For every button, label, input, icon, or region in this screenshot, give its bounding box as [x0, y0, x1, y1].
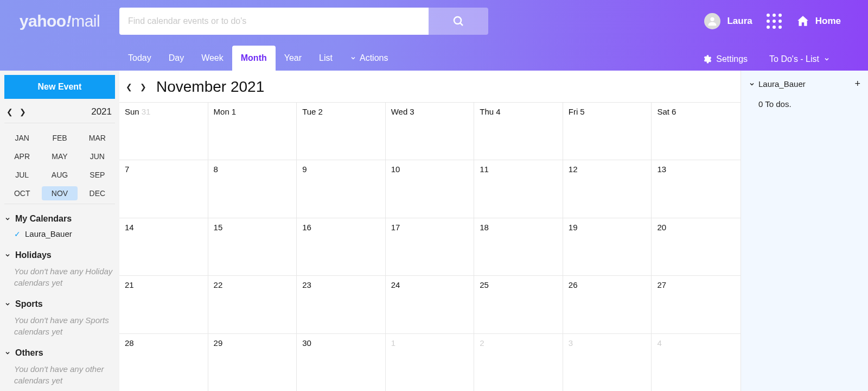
day-cell[interactable]: Fri5	[563, 102, 652, 160]
day-cell[interactable]: 30	[297, 333, 386, 391]
tab-list[interactable]: List	[310, 46, 341, 71]
others-header[interactable]: Others	[4, 348, 115, 361]
svg-point-0	[454, 17, 461, 24]
mini-month-aug[interactable]: AUG	[42, 168, 77, 182]
tab-month[interactable]: Month	[232, 46, 276, 71]
mini-month-sep[interactable]: SEP	[80, 168, 115, 182]
tab-today[interactable]: Today	[119, 46, 160, 71]
day-cell[interactable]: 28	[119, 333, 208, 391]
my-calendars-header[interactable]: My Calendars	[4, 214, 115, 227]
next-month[interactable]: ❯	[140, 83, 146, 91]
day-number: 13	[657, 165, 666, 174]
day-cell[interactable]: 8	[208, 160, 297, 217]
day-cell[interactable]: 19	[563, 218, 652, 275]
prev-month[interactable]: ❮	[126, 83, 132, 91]
tab-actions[interactable]: Actions	[341, 46, 397, 71]
day-cell[interactable]: 22	[208, 275, 297, 333]
search-input[interactable]	[119, 8, 429, 35]
sports-empty-text: You don't have any Sports calendars yet	[4, 312, 115, 338]
day-cell[interactable]: 26	[563, 275, 652, 333]
mini-month-jun[interactable]: JUN	[80, 149, 115, 163]
user-menu[interactable]: Laura	[704, 13, 752, 29]
mini-next-year[interactable]: ❯	[20, 108, 26, 116]
others-empty-text: You don't have any other calendars yet	[4, 361, 115, 387]
day-number: 27	[657, 280, 666, 289]
tab-week[interactable]: Week	[193, 46, 232, 71]
calendar-item-laura-bauer[interactable]: ✓ Laura_Bauer	[4, 227, 115, 241]
todo-list-header[interactable]: Laura_Bauer	[749, 79, 806, 89]
chevron-down-icon	[4, 216, 11, 222]
mini-month-nov[interactable]: NOV	[42, 186, 77, 200]
home-label: Home	[815, 16, 841, 27]
day-of-week-label: Mon	[214, 107, 229, 116]
mini-prev-year[interactable]: ❮	[7, 108, 13, 116]
day-cell[interactable]: 12	[563, 160, 652, 217]
day-cell[interactable]: 1	[386, 333, 475, 391]
day-cell[interactable]: 17	[386, 218, 475, 275]
sports-header[interactable]: Sports	[4, 299, 115, 312]
day-cell[interactable]: 7	[119, 160, 208, 217]
day-cell[interactable]: 25	[474, 275, 563, 333]
day-number: 18	[480, 223, 489, 232]
day-of-week-label: Wed	[391, 107, 408, 116]
mini-month-apr[interactable]: APR	[4, 149, 40, 163]
day-cell[interactable]: 20	[652, 218, 741, 275]
mini-month-mar[interactable]: MAR	[80, 131, 115, 145]
day-cell[interactable]: 14	[119, 218, 208, 275]
day-cell[interactable]: 9	[297, 160, 386, 217]
day-cell[interactable]: 15	[208, 218, 297, 275]
day-cell[interactable]: 27	[652, 275, 741, 333]
todos-view-selector[interactable]: To Do's - List	[769, 54, 830, 64]
mini-month-oct[interactable]: OCT	[4, 186, 40, 200]
day-number: 17	[391, 223, 400, 232]
day-cell[interactable]: Thu4	[474, 102, 563, 160]
chevron-down-icon	[824, 56, 830, 62]
day-cell[interactable]: Mon1	[208, 102, 297, 160]
day-cell[interactable]: 16	[297, 218, 386, 275]
add-todo-button[interactable]: +	[854, 78, 860, 90]
day-number: 31	[142, 107, 151, 116]
day-number: 20	[657, 223, 666, 232]
day-cell[interactable]: 3	[563, 333, 652, 391]
mini-month-dec[interactable]: DEC	[80, 186, 115, 200]
day-cell[interactable]: Wed3	[386, 102, 475, 160]
day-cell[interactable]: 2	[474, 333, 563, 391]
day-number: 9	[302, 165, 307, 174]
day-cell[interactable]: 23	[297, 275, 386, 333]
day-cell[interactable]: 4	[652, 333, 741, 391]
day-cell[interactable]: 10	[386, 160, 475, 217]
tab-year[interactable]: Year	[276, 46, 310, 71]
tab-day[interactable]: Day	[160, 46, 193, 71]
search-button[interactable]	[429, 8, 488, 35]
new-event-button[interactable]: New Event	[4, 75, 115, 99]
current-month-title: November 2021	[156, 78, 264, 96]
day-cell[interactable]: 11	[474, 160, 563, 217]
day-number: 8	[214, 165, 218, 174]
day-cell[interactable]: 18	[474, 218, 563, 275]
holidays-header[interactable]: Holidays	[4, 250, 115, 263]
day-number: 16	[302, 223, 311, 232]
day-cell[interactable]: Sat6	[652, 102, 741, 160]
mini-month-feb[interactable]: FEB	[42, 131, 77, 145]
logo[interactable]: yahoo!mail	[0, 12, 119, 30]
svg-line-1	[460, 23, 463, 26]
day-cell[interactable]: 24	[386, 275, 475, 333]
home-link[interactable]: Home	[796, 14, 841, 28]
day-cell[interactable]: Tue2	[297, 102, 386, 160]
day-number: 21	[125, 280, 134, 289]
day-number: 23	[302, 280, 311, 289]
day-of-week-label: Sun	[125, 107, 139, 116]
day-number: 25	[480, 280, 489, 289]
day-number: 3	[569, 338, 573, 348]
day-cell[interactable]: 13	[652, 160, 741, 217]
mini-month-jan[interactable]: JAN	[4, 131, 40, 145]
mini-month-may[interactable]: MAY	[42, 149, 77, 163]
day-cell[interactable]: 29	[208, 333, 297, 391]
day-number: 24	[391, 280, 400, 289]
day-cell[interactable]: Sun31	[119, 102, 208, 160]
apps-icon[interactable]	[767, 14, 782, 29]
mini-year-label: 2021	[91, 106, 112, 117]
settings-button[interactable]: Settings	[702, 54, 748, 64]
day-cell[interactable]: 21	[119, 275, 208, 333]
mini-month-jul[interactable]: JUL	[4, 168, 40, 182]
